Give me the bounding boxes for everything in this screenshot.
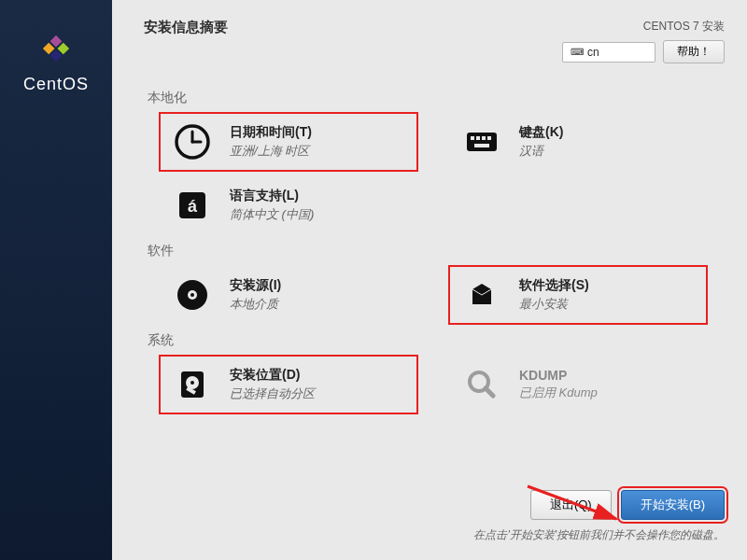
language-icon: á [172, 185, 213, 226]
section-title-localization: 本地化 [148, 90, 725, 106]
top-bar: 安装信息摘要 CENTOS 7 安装 ⌨ cn 帮助！ [134, 19, 725, 63]
spoke-label: 软件选择(S) [519, 277, 589, 294]
svg-rect-1 [57, 43, 69, 55]
spoke-label: 键盘(K) [519, 124, 563, 141]
svg-line-23 [486, 388, 493, 396]
svg-point-20 [190, 381, 194, 385]
spoke-label: 安装源(I) [230, 277, 281, 294]
svg-point-17 [190, 293, 194, 297]
svg-rect-9 [476, 136, 480, 140]
hard-drive-icon [172, 364, 213, 405]
spoke-status: 本地介质 [230, 296, 281, 313]
page-title: 安装信息摘要 [134, 19, 228, 36]
disc-icon [172, 274, 213, 315]
begin-installation-button[interactable]: 开始安装(B) [621, 490, 725, 520]
magnifier-icon [461, 364, 502, 405]
svg-rect-10 [482, 136, 486, 140]
keyboard-icon: ⌨ [571, 47, 584, 57]
footer-bar: 退出(Q) 开始安装(B) 在点击'开始安装'按钮前我们并不会操作您的磁盘。 [473, 490, 725, 543]
svg-rect-7 [467, 133, 497, 151]
spoke-status: 已启用 Kdump [519, 385, 598, 401]
section-title-system: 系统 [148, 332, 725, 349]
spoke-label: 语言支持(L) [230, 188, 314, 204]
spoke-status: 汉语 [519, 143, 563, 160]
left-sidebar: CentOS [0, 0, 112, 560]
svg-rect-2 [43, 43, 55, 55]
quit-button[interactable]: 退出(Q) [530, 490, 612, 520]
spoke-installation-destination[interactable]: 安装位置(D) 已选择自动分区 [162, 358, 415, 411]
keyboard-layout-indicator[interactable]: ⌨ cn [562, 42, 655, 63]
svg-rect-0 [50, 35, 63, 48]
spoke-status: 最小安装 [519, 296, 589, 313]
main-panel: 安装信息摘要 CENTOS 7 安装 ⌨ cn 帮助！ 本地化 日期和时间(T)… [112, 0, 747, 560]
keyboard-large-icon [461, 121, 502, 162]
help-button[interactable]: 帮助！ [663, 40, 725, 63]
spoke-label: KDUMP [519, 368, 598, 383]
clock-icon [172, 121, 213, 162]
brand-text: CentOS [23, 75, 89, 94]
svg-rect-8 [471, 136, 474, 140]
svg-rect-11 [487, 136, 491, 140]
svg-rect-12 [474, 144, 489, 147]
centos-logo-icon [35, 28, 77, 69]
svg-rect-3 [50, 49, 63, 62]
package-icon [461, 274, 502, 315]
spoke-language-support[interactable]: á 语言支持(L) 简体中文 (中国) [162, 179, 415, 231]
product-subtitle: CENTOS 7 安装 [562, 19, 725, 35]
spoke-label: 日期和时间(T) [230, 124, 312, 141]
spoke-date-time[interactable]: 日期和时间(T) 亚洲/上海 时区 [162, 116, 415, 168]
spoke-status: 已选择自动分区 [230, 385, 315, 402]
spoke-keyboard[interactable]: 键盘(K) 汉语 [452, 116, 704, 168]
lang-indicator-text: cn [587, 46, 599, 59]
spoke-status: 亚洲/上海 时区 [230, 143, 312, 160]
spoke-installation-source[interactable]: 安装源(I) 本地介质 [162, 269, 415, 321]
spoke-status: 简体中文 (中国) [230, 206, 314, 223]
svg-text:á: á [188, 197, 198, 216]
section-title-software: 软件 [148, 243, 725, 259]
footer-hint: 在点击'开始安装'按钮前我们并不会操作您的磁盘。 [473, 527, 725, 543]
spoke-software-selection[interactable]: 软件选择(S) 最小安装 [452, 269, 704, 321]
spoke-kdump[interactable]: KDUMP 已启用 Kdump [452, 358, 704, 411]
spoke-label: 安装位置(D) [230, 367, 315, 384]
header-right: CENTOS 7 安装 ⌨ cn 帮助！ [562, 19, 725, 63]
